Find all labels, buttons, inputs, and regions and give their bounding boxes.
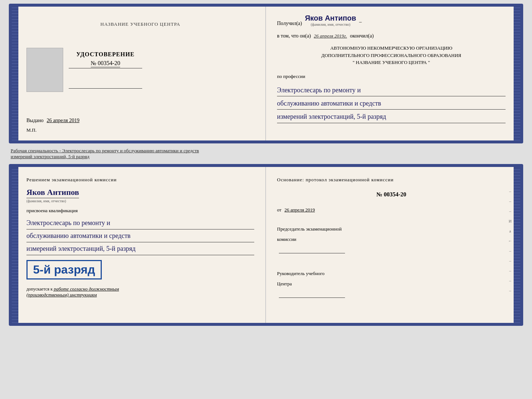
chairman-label: Председатель экзаменационной <box>277 224 506 235</box>
bottom-book: Решением экзаменационной комиссии Яков А… <box>9 164 523 326</box>
admitted-prefix: допускается к <box>26 286 53 292</box>
chairman-label2: комиссии <box>277 234 506 245</box>
chairman-signature-line <box>279 253 345 253</box>
recipient-section: Получил(а) Яков Антипов (фамилия, имя, о… <box>277 14 506 26</box>
bottom-person-name: Яков Антипов <box>26 188 79 198</box>
director-label-text: Руководитель учебного <box>277 271 324 276</box>
marker-dash5: – <box>509 259 511 263</box>
basis-text: Основание: протокол экзаменационной коми… <box>277 176 506 184</box>
profession-line2: обслуживанию автоматики и средств <box>277 97 506 110</box>
qual-line3: измерений электростанций, 5-й разряд <box>26 242 254 255</box>
decision-text: Решением экзаменационной комиссии <box>26 176 254 184</box>
bottom-person-section: Яков Антипов (фамилия, имя, отчество) <box>26 187 254 203</box>
rank-badge-container: 5-й разряд <box>26 258 254 281</box>
marker-dash2: – <box>509 199 511 203</box>
top-book-left: НАЗВАНИЕ УЧЕБНОГО ЦЕНТРА УДОСТОВЕРЕНИЕ №… <box>12 7 266 140</box>
issued-label: Выдано <box>26 118 44 123</box>
date-from-section: от 26 апреля 2019 <box>277 207 506 213</box>
qual-handwritten: Электрослесарь по ремонту и обслуживанию… <box>26 217 254 256</box>
cert-number: № 00354-20 <box>91 60 121 67</box>
confirms-prefix: в том, что он(а) <box>277 33 311 39</box>
qual-line2: обслуживанию автоматики и средств <box>26 229 254 242</box>
protocol-number: № 00354-20 <box>277 191 506 198</box>
marker-dash6: – <box>509 268 511 273</box>
marker-i: И <box>509 219 512 223</box>
marker-dash8: – <box>509 288 511 293</box>
stamp-label: М.П. <box>26 127 36 133</box>
profession-line3: измерений электростанций, 5-й разряд <box>277 111 506 123</box>
right-spine-bottom <box>514 167 520 323</box>
side-markers: – – – И а ← – – – – – <box>508 189 512 293</box>
cert-title: УДОСТОВЕРЕНИЕ <box>69 51 142 58</box>
bottom-name-subtext: (фамилия, имя, отчество) <box>26 199 66 203</box>
top-book: НАЗВАНИЕ УЧЕБНОГО ЦЕНТРА УДОСТОВЕРЕНИЕ №… <box>9 4 523 143</box>
marker-dash7: – <box>509 278 511 283</box>
qual-line1: Электрослесарь по ремонту и <box>26 217 254 229</box>
profession-line1: Электрослесарь по ремонту и <box>277 84 506 96</box>
middle-text: Рабочая специальность - Электрослесарь п… <box>9 148 523 160</box>
chairman-label-text: Председатель экзаменационной <box>277 226 342 232</box>
right-spine-top <box>514 7 520 140</box>
director-label2: Центра <box>277 279 506 289</box>
photo-placeholder <box>26 48 63 92</box>
marker-dash3: – <box>509 209 511 213</box>
admitted-text: работе согласно должностным <box>54 286 119 292</box>
marker-arrow: ← <box>508 239 512 243</box>
admitted-italic: (производственным) инструкциям <box>26 292 97 298</box>
profession-handwritten: Электрослесарь по ремонту и обслуживанию… <box>277 83 506 123</box>
org-name-left: НАЗВАНИЕ УЧЕБНОГО ЦЕНТРА <box>26 21 254 27</box>
date-from-prefix: от <box>277 207 281 213</box>
marker-dash4: – <box>509 249 511 253</box>
left-spine-bottom <box>12 167 18 323</box>
received-label: Получил(а) <box>277 21 302 26</box>
cert-number-section: УДОСТОВЕРЕНИЕ № 00354-20 <box>69 51 142 89</box>
document-container: НАЗВАНИЕ УЧЕБНОГО ЦЕНТРА УДОСТОВЕРЕНИЕ №… <box>9 4 523 326</box>
org-line3: " НАЗВАНИЕ УЧЕБНОГО ЦЕНТРА " <box>277 59 506 66</box>
org-block: АВТОНОМНУЮ НЕКОММЕРЧЕСКУЮ ОРГАНИЗАЦИЮ ДО… <box>277 44 506 66</box>
confirms-date: 26 апреля 2019г. <box>314 33 347 39</box>
confirms-section: в том, что он(а) 26 апреля 2019г. окончи… <box>277 33 506 39</box>
chairman-block: Председатель экзаменационной комиссии <box>277 224 506 257</box>
middle-text1: Рабочая специальность - Электрослесарь п… <box>11 148 199 153</box>
name-subtext-top: (фамилия, имя, отчество) <box>311 22 351 26</box>
issued-date: 26 апреля 2019 <box>47 118 79 123</box>
assigned-text: присвоена квалификация <box>26 208 254 214</box>
director-label: Руководитель учебного <box>277 268 506 279</box>
middle-text2: измерений электростанций, 5-й разряд <box>11 154 89 159</box>
date-from: 26 апреля 2019 <box>284 207 315 213</box>
director-block: Руководитель учебного Центра <box>277 268 506 302</box>
issued-section: Выдано 26 апреля 2019 <box>26 118 254 124</box>
confirms-suffix: окончил(а) <box>350 33 374 39</box>
profession-label: по профессии <box>277 74 506 79</box>
admitted-section: допускается к работе согласно должностны… <box>26 286 254 298</box>
org-line2: ДОПОЛНИТЕЛЬНОГО ПРОФЕССИОНАЛЬНОГО ОБРАЗО… <box>277 52 506 59</box>
rank-badge: 5-й разряд <box>26 260 102 279</box>
org-line1: АВТОНОМНУЮ НЕКОММЕРЧЕСКУЮ ОРГАНИЗАЦИЮ <box>277 44 506 52</box>
marker-a: а <box>509 229 511 233</box>
bottom-book-left: Решением экзаменационной комиссии Яков А… <box>12 167 266 323</box>
director-signature-line <box>279 298 345 298</box>
marker-dash1: – <box>509 189 511 193</box>
stamp-section: М.П. <box>26 127 254 133</box>
left-spine <box>12 7 18 140</box>
recipient-name: Яков Антипов <box>305 14 356 22</box>
top-book-right: Получил(а) Яков Антипов (фамилия, имя, о… <box>266 7 520 140</box>
bottom-book-right: Основание: протокол экзаменационной коми… <box>266 167 520 323</box>
